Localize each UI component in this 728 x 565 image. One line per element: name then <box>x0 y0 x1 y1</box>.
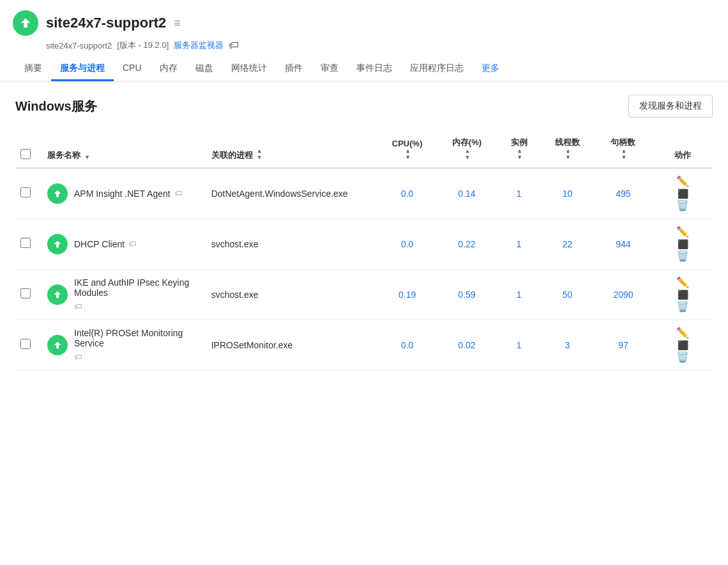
tab-more[interactable]: 更多 <box>473 58 508 81</box>
delete-icon-1[interactable]: 🗑️ <box>676 251 689 261</box>
th-threads: 线程数 ▲▼ <box>542 130 594 168</box>
edit-icon-2[interactable]: ✏️ <box>676 277 689 288</box>
tab-audit[interactable]: 审查 <box>312 58 347 81</box>
table-row: APM Insight .NET Agent 🏷 DotNetAgent.Win… <box>15 168 713 219</box>
tag-icon: 🏷 <box>229 40 239 51</box>
process-sort-arrows[interactable]: ▲▼ <box>257 148 262 161</box>
edit-icon-3[interactable]: ✏️ <box>676 328 689 338</box>
select-all-checkbox[interactable] <box>20 149 31 159</box>
tab-summary[interactable]: 摘要 <box>15 58 51 81</box>
delete-icon-2[interactable]: 🗑️ <box>676 302 689 312</box>
nav-tabs: 摘要 服务与进程 CPU 内存 磁盘 网络统计 插件 审查 事件日志 应用程序日… <box>13 58 715 81</box>
row-handles-3: 97 <box>593 320 653 370</box>
row-inst-3: 1 <box>497 320 542 370</box>
thread-sort-arrows[interactable]: ▲▼ <box>565 148 571 161</box>
row-process-2: svchost.exe <box>206 269 377 320</box>
section-header: Windows服务 发现服务和进程 <box>15 95 713 118</box>
discover-button[interactable]: 发现服务和进程 <box>628 95 713 118</box>
stop-icon-3[interactable]: ⬛ <box>678 341 688 350</box>
tab-disk[interactable]: 磁盘 <box>186 58 222 81</box>
row-cpu-3: 0.0 <box>377 320 437 370</box>
row-handles-2: 2090 <box>593 269 653 320</box>
tab-app-log[interactable]: 应用程序日志 <box>401 58 473 81</box>
tab-services[interactable]: 服务与进程 <box>51 58 114 81</box>
row-checkbox-cell <box>15 269 42 320</box>
status-up-icon <box>13 10 38 36</box>
row-checkbox-cell <box>15 168 42 219</box>
stop-icon-2[interactable]: ⬛ <box>678 290 688 299</box>
row-action-cell-3: ✏️ ⬛ 🗑️ <box>653 320 713 370</box>
th-name: 服务名称 ▼ <box>42 130 206 168</box>
row-checkbox-2[interactable] <box>20 288 31 298</box>
row-status-icon-2 <box>47 284 68 305</box>
row-handles-0: 495 <box>593 168 653 219</box>
cpu-sort-arrows[interactable]: ▲▼ <box>405 148 411 161</box>
monitor-link[interactable]: 服务器监视器 <box>174 40 224 51</box>
edit-icon-1[interactable]: ✏️ <box>676 227 689 237</box>
table-row: DHCP Client 🏷 svchost.exe 0.0 0.22 1 22 … <box>15 219 713 269</box>
row-tag-icon-2: 🏷 <box>74 302 82 311</box>
row-tag-icon-1: 🏷 <box>128 239 137 249</box>
main-content: Windows服务 发现服务和进程 服务名称 ▼ <box>0 82 728 383</box>
row-threads-0: 10 <box>542 168 594 219</box>
row-name-0: APM Insight .NET Agent <box>74 189 171 199</box>
th-checkbox <box>15 130 42 168</box>
stop-icon-0[interactable]: ⬛ <box>678 189 688 198</box>
row-inst-0: 1 <box>497 168 542 219</box>
th-mem: 内存(%) ▲▼ <box>437 130 496 168</box>
row-name-cell-1: DHCP Client 🏷 <box>42 219 206 269</box>
row-mem-0: 0.14 <box>437 168 496 219</box>
row-name-cell-3: Intel(R) PROSet Monitoring Service 🏷 <box>42 320 206 370</box>
hostname-label: site24x7-support2 <box>46 41 112 50</box>
delete-icon-3[interactable]: 🗑️ <box>676 352 689 362</box>
edit-icon-0[interactable]: ✏️ <box>676 176 689 187</box>
page-header: site24x7-support2 ≡ site24x7-support2 [版… <box>0 0 728 82</box>
row-checkbox-cell <box>15 320 42 370</box>
row-handles-1: 944 <box>593 219 653 269</box>
tab-event-log[interactable]: 事件日志 <box>347 58 401 81</box>
row-tag-icon-3: 🏷 <box>74 352 82 362</box>
row-inst-1: 1 <box>497 219 542 269</box>
row-name-3: Intel(R) PROSet Monitoring Service <box>74 328 201 348</box>
header-sub: site24x7-support2 [版本 - 19.2.0] 服务器监视器 🏷 <box>13 40 715 51</box>
services-table-wrap: 服务名称 ▼ 关联的进程 ▲▼ CPU(%) ▲▼ <box>15 130 713 371</box>
table-header-row: 服务名称 ▼ 关联的进程 ▲▼ CPU(%) ▲▼ <box>15 130 713 168</box>
row-checkbox-3[interactable] <box>20 339 31 349</box>
version-label: [版本 - 19.2.0] <box>117 40 169 51</box>
row-cpu-0: 0.0 <box>377 168 437 219</box>
mem-sort-arrows[interactable]: ▲▼ <box>465 148 471 161</box>
handle-sort-arrows[interactable]: ▲▼ <box>621 148 627 161</box>
row-threads-2: 50 <box>542 269 594 320</box>
row-status-icon-0 <box>47 183 68 204</box>
row-name-1: DHCP Client <box>74 239 125 249</box>
row-cpu-1: 0.0 <box>377 219 437 269</box>
name-sort-arrows[interactable]: ▼ <box>84 155 90 161</box>
row-name-cell-0: APM Insight .NET Agent 🏷 <box>42 168 206 219</box>
row-status-icon-3 <box>47 335 68 355</box>
row-process-1: svchost.exe <box>206 219 377 269</box>
tab-network[interactable]: 网络统计 <box>222 58 276 81</box>
th-action: 动作 <box>653 130 713 168</box>
stop-icon-1[interactable]: ⬛ <box>678 240 688 249</box>
table-row: IKE and AuthIP IPsec Keying Modules 🏷 sv… <box>15 269 713 320</box>
th-inst: 实例 ▲▼ <box>497 130 542 168</box>
services-table: 服务名称 ▼ 关联的进程 ▲▼ CPU(%) ▲▼ <box>15 130 713 371</box>
tab-plugins[interactable]: 插件 <box>276 58 312 81</box>
row-name-cell-2: IKE and AuthIP IPsec Keying Modules 🏷 <box>42 269 206 320</box>
row-checkbox-0[interactable] <box>20 187 31 197</box>
tab-memory[interactable]: 内存 <box>151 58 186 81</box>
th-cpu: CPU(%) ▲▼ <box>377 130 437 168</box>
tab-cpu[interactable]: CPU <box>114 58 151 81</box>
section-title: Windows服务 <box>15 98 97 115</box>
row-action-cell-2: ✏️ ⬛ 🗑️ <box>653 269 713 320</box>
site-title: site24x7-support2 <box>46 15 166 31</box>
row-action-cell-1: ✏️ ⬛ 🗑️ <box>653 219 713 269</box>
menu-icon[interactable]: ≡ <box>174 17 181 30</box>
row-inst-2: 1 <box>497 269 542 320</box>
delete-icon-0[interactable]: 🗑️ <box>676 201 689 211</box>
row-process-3: IPROSetMonitor.exe <box>206 320 377 370</box>
inst-sort-arrows[interactable]: ▲▼ <box>517 148 522 161</box>
th-handles: 句柄数 ▲▼ <box>593 130 653 168</box>
row-threads-3: 3 <box>542 320 594 370</box>
row-checkbox-1[interactable] <box>20 238 31 248</box>
